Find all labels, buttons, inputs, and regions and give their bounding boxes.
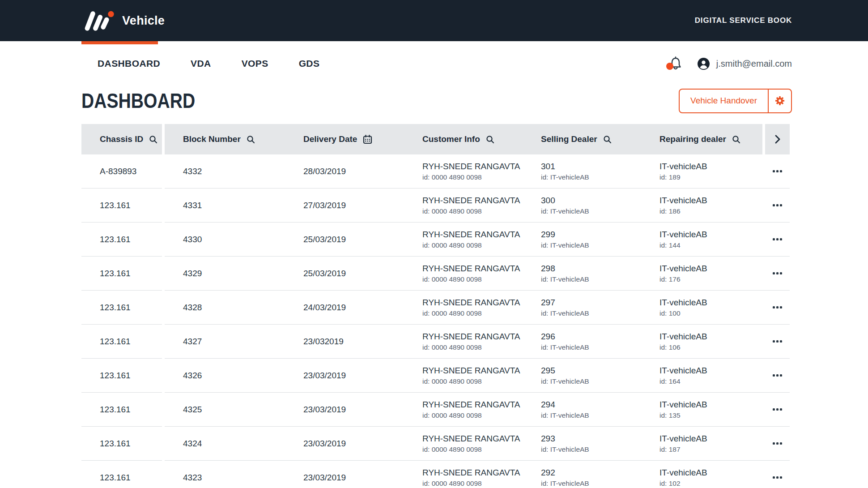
table-row: A-839893 4332 28/03/2019 RYH-SNEDE RANGA…: [81, 154, 790, 188]
selling-dealer-id: id: IT-vehicleAB: [541, 377, 641, 386]
selling-dealer-id: id: IT-vehicleAB: [541, 411, 641, 420]
cell-delivery-date: 23/032019: [285, 337, 404, 347]
customer-name: RYH-SNEDE RANGAVTA: [422, 399, 523, 411]
search-icon[interactable]: [149, 135, 157, 144]
top-navbar: Vehicle DIGITAL SERVICE BOOK: [0, 0, 868, 41]
vehicle-handover-button-group: Vehicle Handover: [679, 89, 792, 113]
cell-selling-dealer: 294 id: IT-vehicleAB: [523, 399, 641, 420]
search-icon[interactable]: [603, 135, 612, 144]
table-row: 123.161 4324 23/03/2019 RYH-SNEDE RANGAV…: [81, 427, 790, 461]
customer-name: RYH-SNEDE RANGAVTA: [422, 331, 523, 342]
row-menu-icon[interactable]: [770, 304, 785, 311]
cell-repairing-dealer: IT-vehicleAB id: 164: [641, 365, 765, 386]
customer-id: id: 0000 4890 0098: [422, 479, 523, 488]
cell-block-number: 4323: [165, 473, 285, 483]
tab-vops[interactable]: VOPS: [242, 58, 268, 69]
table-row: 123.161 4326 23/03/2019 RYH-SNEDE RANGAV…: [81, 359, 790, 393]
tab-bar: DASHBOARD VDA VOPS GDS: [98, 58, 319, 69]
header-date-label: Delivery Date: [303, 134, 357, 144]
cell-actions: [765, 201, 790, 209]
repairing-dealer-id: id: 164: [660, 377, 765, 386]
cell-delivery-date: 23/03/2019: [285, 371, 404, 381]
header-chassis-label: Chassis ID: [100, 134, 143, 144]
cell-chassis-id: 123.161: [81, 427, 162, 461]
cell-block-number: 4331: [165, 201, 285, 210]
chevron-right-icon: [774, 134, 781, 144]
customer-id: id: 0000 4890 0098: [422, 274, 523, 284]
calendar-icon[interactable]: [363, 135, 372, 144]
cell-block-number: 4332: [165, 167, 285, 176]
customer-name: RYH-SNEDE RANGAVTA: [422, 365, 523, 377]
row-menu-icon[interactable]: [770, 201, 785, 209]
repairing-dealer-name: IT-vehicleAB: [660, 229, 765, 240]
table-row: 123.161 4328 24/03/2019 RYH-SNEDE RANGAV…: [81, 291, 790, 325]
table-row: 123.161 4327 23/032019 RYH-SNEDE RANGAVT…: [81, 325, 790, 359]
cell-customer-info: RYH-SNEDE RANGAVTA id: 0000 4890 0098: [404, 229, 523, 250]
row-menu-icon[interactable]: [770, 167, 785, 175]
brand-logo-icon: [82, 9, 116, 33]
repairing-dealer-name: IT-vehicleAB: [660, 467, 765, 479]
cell-customer-info: RYH-SNEDE RANGAVTA id: 0000 4890 0098: [404, 433, 523, 454]
tab-gds[interactable]: GDS: [299, 58, 320, 69]
search-icon[interactable]: [732, 135, 740, 144]
repairing-dealer-id: id: 106: [660, 342, 765, 352]
cell-actions: [765, 372, 790, 379]
cell-delivery-date: 23/03/2019: [285, 439, 404, 449]
row-menu-icon[interactable]: [770, 270, 785, 277]
header-block-number: Block Number: [165, 124, 285, 154]
table-row-right: 4331 27/03/2019 RYH-SNEDE RANGAVTA id: 0…: [165, 188, 790, 223]
table-row-right: 4327 23/032019 RYH-SNEDE RANGAVTA id: 00…: [165, 325, 790, 359]
notification-bell-icon[interactable]: [669, 56, 682, 71]
search-icon[interactable]: [486, 135, 494, 144]
user-avatar-icon[interactable]: [698, 58, 710, 70]
table-row: 123.161 4325 23/03/2019 RYH-SNEDE RANGAV…: [81, 393, 790, 427]
header-block-label: Block Number: [183, 134, 241, 144]
table-header-right: Block Number Delivery Date: [165, 124, 790, 154]
cell-chassis-id: 123.161: [81, 461, 162, 488]
header-repairing-dealer: Repairing dealer: [641, 124, 762, 154]
customer-id: id: 0000 4890 0098: [422, 240, 523, 250]
header-selling-label: Selling Dealer: [541, 134, 597, 144]
cell-chassis-id: 123.161: [81, 257, 162, 291]
customer-name: RYH-SNEDE RANGAVTA: [422, 229, 523, 240]
row-menu-icon[interactable]: [770, 338, 785, 345]
customer-name: RYH-SNEDE RANGAVTA: [422, 433, 523, 445]
cell-customer-info: RYH-SNEDE RANGAVTA id: 0000 4890 0098: [404, 297, 523, 318]
cell-block-number: 4327: [165, 337, 285, 347]
selling-dealer-number: 295: [541, 365, 641, 377]
tab-dashboard[interactable]: DASHBOARD: [98, 58, 160, 69]
cell-actions: [765, 474, 790, 481]
repairing-dealer-name: IT-vehicleAB: [660, 263, 765, 274]
row-menu-icon[interactable]: [770, 474, 785, 481]
cell-customer-info: RYH-SNEDE RANGAVTA id: 0000 4890 0098: [404, 365, 523, 386]
table-row: 123.161 4323 23/03/2019 RYH-SNEDE RANGAV…: [81, 461, 790, 488]
notification-dot: [666, 63, 673, 70]
page-title: DASHBOARD: [81, 89, 195, 113]
repairing-dealer-id: id: 102: [660, 479, 765, 488]
cell-repairing-dealer: IT-vehicleAB id: 187: [641, 433, 765, 454]
row-menu-icon[interactable]: [770, 406, 785, 413]
repairing-dealer-name: IT-vehicleAB: [660, 399, 765, 411]
cell-customer-info: RYH-SNEDE RANGAVTA id: 0000 4890 0098: [404, 399, 523, 420]
tab-vda[interactable]: VDA: [191, 58, 211, 69]
digital-service-book-label: DIGITAL SERVICE BOOK: [695, 16, 792, 25]
cell-selling-dealer: 299 id: IT-vehicleAB: [523, 229, 641, 250]
cell-actions: [765, 304, 790, 311]
customer-name: RYH-SNEDE RANGAVTA: [422, 161, 523, 172]
sub-navigation: DASHBOARD VDA VOPS GDS j.smith@email.com: [0, 51, 868, 77]
cell-selling-dealer: 297 id: IT-vehicleAB: [523, 297, 641, 318]
header-customer-label: Customer Info: [422, 134, 480, 144]
row-menu-icon[interactable]: [770, 372, 785, 379]
cell-block-number: 4330: [165, 235, 285, 244]
scroll-columns-button[interactable]: [765, 124, 790, 154]
handover-settings-button[interactable]: [768, 90, 791, 112]
cell-delivery-date: 25/03/2019: [285, 235, 404, 244]
vehicle-handover-button[interactable]: Vehicle Handover: [680, 90, 768, 112]
row-menu-icon[interactable]: [770, 235, 785, 243]
row-menu-icon[interactable]: [770, 440, 785, 447]
user-email[interactable]: j.smith@email.com: [716, 59, 792, 69]
selling-dealer-id: id: IT-vehicleAB: [541, 445, 641, 454]
cell-repairing-dealer: IT-vehicleAB id: 176: [641, 263, 765, 284]
search-icon[interactable]: [247, 135, 255, 144]
selling-dealer-number: 294: [541, 399, 641, 411]
